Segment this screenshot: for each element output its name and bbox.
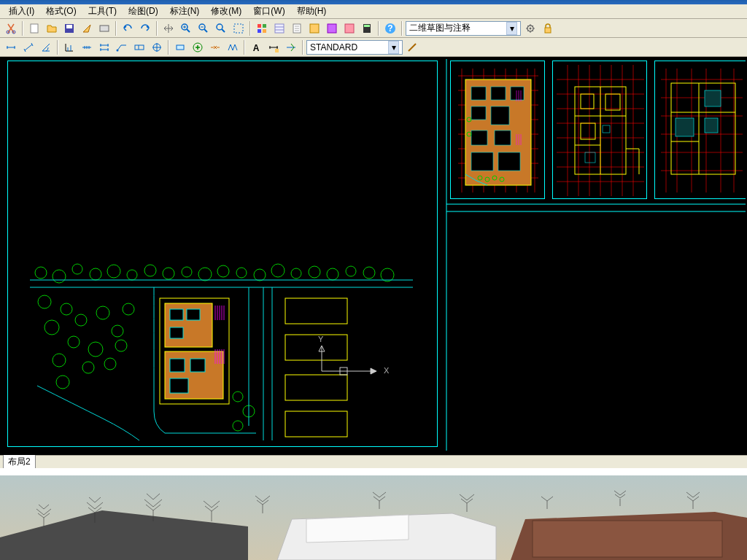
dim-brush-button[interactable] bbox=[404, 39, 420, 55]
menu-bar: 插入(I) 格式(O) 工具(T) 绘图(D) 标注(N) 修改(M) 窗口(W… bbox=[0, 4, 747, 19]
svg-point-53 bbox=[38, 295, 51, 308]
menu-modify[interactable]: 修改(M) bbox=[205, 4, 247, 19]
workspace-combo-value: 二维草图与注释 bbox=[409, 22, 471, 34]
main-viewport[interactable]: X Y bbox=[7, 61, 438, 447]
continue-dim-button[interactable] bbox=[79, 39, 95, 55]
svg-point-46 bbox=[271, 264, 285, 277]
dim-style-button[interactable] bbox=[266, 39, 282, 55]
svg-point-43 bbox=[217, 265, 229, 277]
menu-annotate[interactable]: 标注(N) bbox=[164, 4, 206, 19]
svg-point-26 bbox=[117, 49, 119, 51]
svg-rect-82 bbox=[285, 411, 347, 437]
svg-point-45 bbox=[254, 269, 266, 281]
svg-point-49 bbox=[327, 268, 338, 280]
zoom-extents-button[interactable] bbox=[213, 20, 229, 36]
layers-button[interactable] bbox=[254, 20, 270, 36]
redo-button[interactable] bbox=[137, 20, 153, 36]
gear-icon[interactable] bbox=[522, 20, 538, 36]
center-mark-button[interactable] bbox=[149, 39, 165, 55]
menu-format[interactable]: 格式(O) bbox=[40, 4, 82, 19]
save-button[interactable] bbox=[61, 20, 77, 36]
sheet-button[interactable] bbox=[289, 20, 305, 36]
svg-point-35 bbox=[72, 264, 82, 274]
svg-rect-20 bbox=[364, 25, 370, 27]
menu-help[interactable]: 帮助(H) bbox=[291, 4, 333, 19]
svg-rect-25 bbox=[545, 28, 551, 33]
linear-dim-button[interactable] bbox=[3, 39, 19, 55]
svg-point-62 bbox=[82, 362, 94, 373]
svg-point-42 bbox=[198, 268, 212, 281]
svg-rect-77 bbox=[190, 359, 205, 372]
svg-rect-11 bbox=[263, 24, 266, 28]
svg-point-68 bbox=[123, 303, 134, 315]
svg-rect-4 bbox=[66, 25, 72, 28]
svg-point-51 bbox=[363, 267, 375, 279]
zoom-window-button[interactable] bbox=[231, 20, 247, 36]
text-A-button[interactable]: A bbox=[248, 39, 264, 55]
svg-point-39 bbox=[144, 265, 156, 276]
svg-rect-12 bbox=[258, 29, 261, 33]
lock-icon[interactable] bbox=[540, 20, 556, 36]
open-button[interactable] bbox=[44, 20, 60, 36]
drawing-canvas[interactable]: X Y bbox=[0, 57, 747, 455]
svg-marker-113 bbox=[0, 510, 248, 560]
dimstyle-combo-value: STANDARD bbox=[310, 42, 357, 52]
svg-rect-76 bbox=[170, 359, 185, 372]
render-preview bbox=[0, 468, 747, 560]
properties-button[interactable] bbox=[271, 20, 287, 36]
dim-jog-button[interactable] bbox=[225, 39, 241, 55]
zoom-out-button[interactable] bbox=[196, 20, 212, 36]
aligned-dim-button[interactable] bbox=[20, 39, 36, 55]
dimension-toolbar: A STANDARD ▾ bbox=[0, 38, 747, 57]
svg-rect-32 bbox=[275, 49, 279, 52]
baseline-dim-button[interactable] bbox=[96, 39, 112, 55]
axis-x-label: X bbox=[384, 366, 389, 375]
svg-point-56 bbox=[75, 314, 87, 326]
svg-point-50 bbox=[346, 266, 356, 276]
calculator-button[interactable] bbox=[359, 20, 375, 36]
plot-button[interactable] bbox=[96, 20, 112, 36]
svg-rect-18 bbox=[345, 24, 354, 33]
svg-point-65 bbox=[233, 392, 243, 402]
new-button[interactable] bbox=[26, 20, 42, 36]
menu-tools[interactable]: 工具(T) bbox=[82, 4, 123, 19]
svg-point-41 bbox=[182, 267, 192, 277]
svg-point-8 bbox=[217, 24, 222, 30]
dim-edit-button[interactable] bbox=[172, 39, 188, 55]
dim-plus-button[interactable] bbox=[190, 39, 206, 55]
workspace-combo[interactable]: 二维草图与注释 ▾ bbox=[406, 21, 521, 36]
svg-point-38 bbox=[127, 270, 137, 280]
svg-rect-5 bbox=[100, 26, 109, 31]
menu-insert[interactable]: 插入(I) bbox=[3, 4, 40, 19]
design-center-button[interactable] bbox=[324, 20, 340, 36]
pan-button[interactable] bbox=[160, 20, 177, 36]
ordinate-dim-button[interactable] bbox=[61, 39, 77, 55]
menu-window[interactable]: 窗口(W) bbox=[247, 4, 290, 19]
svg-point-36 bbox=[90, 268, 101, 280]
svg-rect-75 bbox=[170, 327, 183, 338]
dim-break-button[interactable] bbox=[207, 39, 223, 55]
svg-point-24 bbox=[530, 27, 532, 29]
help-button[interactable]: ? bbox=[382, 20, 398, 36]
svg-rect-29 bbox=[177, 45, 184, 50]
tolerance-button[interactable] bbox=[131, 39, 147, 55]
svg-point-34 bbox=[53, 270, 66, 283]
brush-button[interactable] bbox=[79, 20, 95, 36]
undo-button[interactable] bbox=[120, 20, 136, 36]
leader-button[interactable] bbox=[114, 39, 130, 55]
dimstyle-combo[interactable]: STANDARD ▾ bbox=[306, 40, 403, 55]
menu-draw[interactable]: 绘图(D) bbox=[123, 4, 164, 19]
cut-button[interactable] bbox=[3, 20, 19, 36]
markup-button[interactable] bbox=[341, 20, 357, 36]
zoom-in-button[interactable] bbox=[178, 20, 194, 36]
dim-update-button[interactable] bbox=[283, 39, 299, 55]
chevron-down-icon: ▾ bbox=[506, 22, 517, 35]
svg-point-61 bbox=[53, 354, 66, 367]
svg-point-59 bbox=[88, 342, 103, 357]
svg-rect-78 bbox=[170, 378, 188, 393]
angular-dim-button[interactable] bbox=[38, 39, 54, 55]
svg-rect-27 bbox=[135, 45, 144, 50]
tool-palettes-button[interactable] bbox=[306, 20, 322, 36]
chevron-down-icon: ▾ bbox=[388, 41, 399, 54]
layout-tab-2[interactable]: 布局2 bbox=[3, 454, 36, 470]
